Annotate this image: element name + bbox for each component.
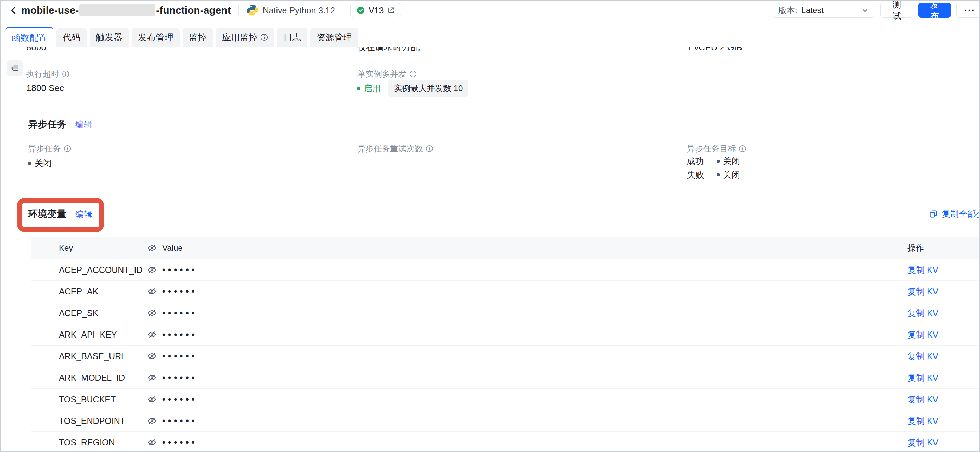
eye-invisible-icon[interactable] — [147, 287, 157, 296]
chevron-down-icon — [861, 6, 869, 14]
status-dot — [716, 160, 720, 163]
tab[interactable]: 发布管理 — [132, 28, 180, 47]
tab[interactable]: 函数配置 — [5, 27, 53, 47]
copy-kv-link[interactable]: 复制 KV — [907, 437, 938, 448]
test-button[interactable]: 测试 — [880, 3, 913, 18]
version-select[interactable]: 版本: Latest — [773, 3, 875, 18]
tab-bar: 函数配置 代码 触发器 发布管理 监控 应用监控 — [1, 20, 979, 47]
tab-label: 日志 — [283, 32, 301, 43]
tab[interactable]: 日志 — [277, 28, 307, 47]
env-var-key: ACEP_SK — [59, 308, 98, 318]
copy-kv-link[interactable]: 复制 KV — [907, 286, 938, 297]
env-var-row: ACEP_ACCOUNT_ID •••••• 复制 KV — [31, 259, 980, 281]
tab-label: 资源管理 — [317, 32, 352, 43]
async-target-label: 异步任务目标 — [687, 143, 736, 154]
eye-invisible-icon[interactable] — [147, 308, 157, 318]
exec-timeout-value: 1800 Sec — [26, 83, 64, 93]
divider — [710, 157, 710, 165]
more-actions-button[interactable]: ··· — [956, 3, 980, 18]
env-var-row: ACEP_SK •••••• 复制 KV — [31, 302, 980, 324]
async-task-status: 关闭 — [28, 158, 52, 169]
env-var-key: TOS_REGION — [59, 438, 115, 447]
info-icon[interactable] — [64, 145, 71, 152]
info-icon[interactable] — [409, 70, 417, 78]
eye-invisible-icon[interactable] — [147, 330, 157, 339]
column-value: Value — [162, 243, 183, 253]
runtime-label: Native Python 3.12 — [263, 5, 335, 15]
copy-kv-link[interactable]: 复制 KV — [907, 308, 938, 319]
info-icon[interactable] — [426, 145, 433, 152]
target-fail-row: 失败 关闭 — [687, 168, 740, 182]
env-var-masked-value: •••••• — [162, 265, 197, 275]
env-var-key: ARK_API_KEY — [59, 330, 117, 340]
tab[interactable]: 应用监控 — [216, 28, 274, 47]
env-var-masked-value: •••••• — [162, 416, 197, 426]
copy-all-variables-label: 复制全部变量 — [942, 208, 980, 219]
target-success-value: 关闭 — [723, 155, 740, 167]
env-var-row: ARK_API_KEY •••••• 复制 KV — [31, 324, 980, 345]
version-badge[interactable]: V13 — [350, 3, 401, 18]
copy-kv-link[interactable]: 复制 KV — [907, 329, 938, 340]
info-icon[interactable] — [739, 145, 746, 152]
status-dot — [716, 173, 720, 176]
eye-invisible-icon[interactable] — [147, 438, 157, 447]
env-var-masked-value: •••••• — [162, 351, 197, 362]
copy-kv-link[interactable]: 复制 KV — [907, 351, 938, 362]
env-var-row: TOS_BUCKET •••••• 复制 KV — [31, 389, 980, 410]
async-section-header: 异步任务 编辑 — [28, 118, 92, 131]
collapse-sidebar-button[interactable] — [7, 60, 22, 76]
eye-invisible-icon[interactable] — [147, 265, 157, 275]
title-suffix: -function-agent — [156, 5, 231, 16]
env-var-key: TOS_BUCKET — [59, 395, 116, 404]
eye-invisible-icon[interactable] — [147, 243, 157, 253]
copy-kv-link[interactable]: 复制 KV — [907, 372, 938, 383]
concurrency-label: 单实例多并发 — [357, 69, 407, 80]
page-header: mobile-use- -function-agent Native Pytho… — [1, 1, 979, 20]
tab-label: 应用监控 — [222, 32, 258, 43]
status-dot — [357, 87, 360, 90]
back-button[interactable] — [8, 4, 20, 16]
tab[interactable]: 代码 — [56, 28, 87, 47]
target-success-status: 关闭 — [716, 155, 740, 167]
max-concurrency-badge: 实例最大并发数 10 — [388, 80, 468, 97]
tab[interactable]: 触发器 — [90, 28, 129, 47]
column-key: Key — [59, 243, 73, 253]
target-success-label: 成功 — [687, 155, 704, 167]
copy-kv-link[interactable]: 复制 KV — [907, 264, 938, 276]
header-actions: 版本: Latest 测试 发布 ··· — [773, 3, 980, 18]
copy-all-variables-link[interactable]: 复制全部变量 — [929, 208, 980, 219]
env-var-key: ARK_BASE_URL — [59, 351, 126, 361]
eye-invisible-icon[interactable] — [147, 416, 157, 426]
async-task-label: 异步任务 — [28, 143, 61, 154]
env-var-key: ARK_MODEL_ID — [59, 373, 125, 383]
async-retry-field: 异步任务重试次数 — [357, 143, 433, 154]
publish-button[interactable]: 发布 — [918, 3, 951, 18]
tab-label: 发布管理 — [138, 32, 173, 43]
env-section-title: 环境变量 — [28, 208, 66, 220]
env-var-masked-value: •••••• — [162, 394, 197, 405]
exec-timeout-label: 执行超时 — [26, 69, 59, 80]
function-detail-page: 8000 仅在请求时分配 1 vCPU 2 GiB mobile-use- -f… — [0, 0, 980, 452]
async-edit-link[interactable]: 编辑 — [75, 119, 92, 130]
copy-kv-link[interactable]: 复制 KV — [907, 415, 938, 426]
async-target-field: 异步任务目标 — [687, 143, 746, 154]
copy-icon — [929, 209, 938, 219]
copy-kv-link[interactable]: 复制 KV — [907, 394, 938, 405]
column-action: 操作 — [907, 243, 924, 253]
env-var-row: TOS_ENDPOINT •••••• 复制 KV — [31, 410, 980, 432]
divider — [239, 5, 239, 15]
env-edit-link[interactable]: 编辑 — [75, 209, 92, 220]
collapse-sidebar-icon — [10, 64, 19, 73]
target-fail-value: 关闭 — [723, 169, 740, 180]
info-icon — [260, 34, 268, 41]
check-circle-icon — [356, 6, 365, 15]
concurrency-status: 启用 实例最大并发数 10 — [357, 80, 468, 97]
tab[interactable]: 资源管理 — [310, 28, 358, 47]
tab[interactable]: 监控 — [183, 28, 213, 47]
eye-invisible-icon[interactable] — [147, 351, 157, 361]
eye-invisible-icon[interactable] — [147, 373, 157, 382]
env-var-masked-value: •••••• — [162, 286, 197, 297]
eye-invisible-icon[interactable] — [147, 395, 157, 404]
concurrency-field: 单实例多并发 — [357, 69, 417, 80]
info-icon[interactable] — [62, 70, 70, 78]
